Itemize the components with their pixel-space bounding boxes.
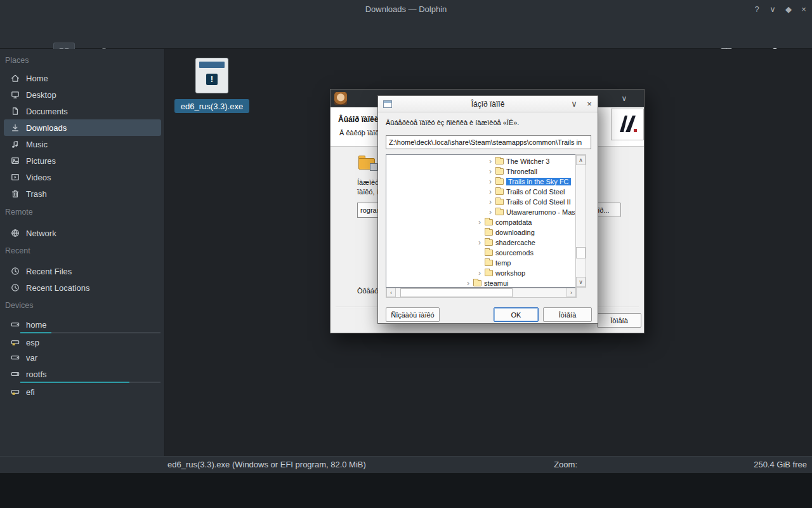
browse-cancel-button[interactable]: Îòìåíà [543, 307, 592, 322]
browse-folder-dialog[interactable]: Îáçîð ïàïîê ∨ × Âûáåðèòå ïàïêó èç ñïèñêà… [377, 95, 598, 324]
device-usage-bar [20, 332, 160, 333]
sidebar-item-label: Network [26, 229, 56, 238]
sidebar-item-label: esp [26, 338, 39, 347]
horizontal-scrollbar[interactable]: ‹ › [386, 288, 577, 298]
tree-item[interactable]: sourcemods [386, 248, 575, 258]
expand-icon[interactable]: › [475, 237, 485, 248]
tree-item-label: steamui [484, 279, 509, 287]
expand-icon[interactable]: › [485, 156, 495, 166]
sidebar-item-label: Downloads [26, 123, 67, 133]
expand-icon[interactable]: › [485, 177, 495, 187]
sidebar-item-label: Trash [26, 189, 47, 199]
tree-item[interactable]: ›Trails of Cold Steel [386, 187, 575, 197]
tree-item-label: Trails in the Sky FC [506, 178, 571, 185]
tree-item[interactable]: ›workshop [386, 268, 575, 278]
minimize-button[interactable]: ∨ [766, 0, 780, 19]
sidebar-item-label: Desktop [26, 90, 56, 100]
expand-icon[interactable]: › [485, 187, 495, 197]
sidebar-item-label: Pictures [26, 156, 56, 166]
tree-item[interactable]: ›compatdata [386, 217, 575, 227]
section-header-places: Places [5, 56, 29, 65]
drive-icon [10, 387, 20, 397]
sidebar-item-label: rootfs [26, 370, 47, 379]
folder-path-input[interactable] [386, 135, 591, 149]
sidebar-item-recent-files[interactable]: Recent Files [4, 263, 161, 279]
ok-button[interactable]: OK [494, 307, 539, 322]
dialog-shade-icon[interactable]: ∨ [567, 96, 581, 112]
installer-shade-icon[interactable]: ∨ [617, 90, 631, 107]
folder-disk-icon [358, 156, 377, 171]
exe-icon-titlebar [199, 62, 225, 68]
selected-file-label[interactable]: ed6_rus(3.3).exe [174, 99, 249, 113]
help-button[interactable]: ? [750, 0, 764, 19]
tree-item[interactable]: ›steamui [386, 278, 575, 288]
exclamation-badge: ! [206, 74, 218, 85]
sidebar-item-videos[interactable]: Videos [4, 169, 161, 185]
sidebar-item-label: Music [26, 140, 48, 149]
tree-item-label: compatdata [495, 218, 532, 226]
sidebar-item-pictures[interactable]: Pictures [4, 152, 161, 169]
scrollbar-thumb[interactable] [576, 247, 586, 258]
sidebar-item-network[interactable]: Network [4, 225, 161, 241]
folder-icon [495, 189, 504, 195]
dolphin-titlebar[interactable]: Downloads — Dolphin ? ∨ ◆ × [0, 0, 812, 19]
taskbar: + [0, 473, 812, 508]
sidebar-item-device-rootfs[interactable]: rootfs [4, 366, 161, 382]
folder-tree[interactable]: ›The Witcher 3 ›Thronefall ›Trails in th… [386, 154, 586, 288]
tree-item-label: Trails of Cold Steel II [506, 198, 571, 206]
folder-icon [485, 260, 493, 266]
expand-icon[interactable]: › [475, 268, 485, 278]
folder-icon [495, 158, 504, 164]
expand-icon[interactable]: › [485, 207, 495, 217]
clock-icon [10, 283, 20, 293]
scroll-right-icon[interactable]: › [566, 288, 576, 297]
sidebar-item-device-var[interactable]: var [4, 349, 161, 366]
scroll-left-icon[interactable]: ‹ [386, 288, 396, 297]
folder-icon [485, 239, 493, 246]
sidebar-item-downloads[interactable]: Downloads [4, 119, 161, 136]
tree-item[interactable]: ›The Witcher 3 [386, 156, 575, 166]
sidebar-item-music[interactable]: Music [4, 136, 161, 152]
folder-icon [495, 178, 504, 185]
expand-icon[interactable]: › [485, 197, 495, 207]
sidebar-item-label: Recent Files [26, 267, 72, 276]
maximize-button[interactable]: ◆ [782, 0, 796, 19]
tree-item-label: workshop [495, 269, 525, 277]
trash-icon [10, 189, 20, 199]
desktop-icon [10, 90, 20, 100]
pictures-icon [10, 156, 20, 166]
scroll-up-icon[interactable]: ∧ [576, 155, 586, 165]
tree-item[interactable]: ›Trails of Cold Steel II [386, 197, 575, 207]
close-button[interactable]: × [797, 0, 811, 19]
tree-item[interactable]: ›Thronefall [386, 166, 575, 177]
installer-cancel-button[interactable]: Îòìåíà [597, 313, 641, 328]
expand-icon[interactable]: › [463, 278, 473, 288]
sidebar-item-label: efi [26, 387, 35, 397]
tree-item[interactable]: temp [386, 258, 575, 268]
tree-item[interactable]: downloading [386, 227, 575, 237]
browse-dialog-titlebar[interactable]: Îáçîð ïàïîê ∨ × [378, 96, 598, 112]
create-folder-button[interactable]: Ñîçäàòü ïàïêó [386, 307, 440, 322]
sidebar-item-trash[interactable]: Trash [4, 185, 161, 202]
sidebar-item-desktop[interactable]: Desktop [4, 86, 161, 103]
sidebar-item-device-efi[interactable]: efi [4, 384, 161, 400]
home-icon [10, 73, 20, 83]
tree-item[interactable]: ›shadercache [386, 237, 575, 248]
exe-file-icon[interactable]: ! [195, 58, 228, 93]
sidebar-item-device-esp[interactable]: esp [4, 334, 161, 351]
drive-icon [10, 369, 20, 379]
scrollbar-thumb[interactable] [400, 288, 513, 297]
expand-icon[interactable]: › [475, 217, 485, 227]
sidebar-item-device-home[interactable]: home [4, 316, 161, 333]
vertical-scrollbar[interactable]: ∧ ∨ [575, 154, 586, 288]
sidebar-item-documents[interactable]: Documents [4, 103, 161, 119]
sidebar-item-home[interactable]: Home [4, 70, 161, 86]
tree-item[interactable]: ›Utawarerumono - Mas [386, 207, 575, 217]
sidebar-item-recent-locations[interactable]: Recent Locations [4, 279, 161, 296]
dialog-close-icon[interactable]: × [582, 96, 596, 112]
download-icon [10, 123, 20, 133]
expand-icon[interactable]: › [485, 166, 495, 177]
scroll-down-icon[interactable]: ∨ [576, 277, 586, 287]
tree-item-selected[interactable]: ›Trails in the Sky FC [386, 177, 575, 187]
drive-icon [10, 319, 20, 330]
